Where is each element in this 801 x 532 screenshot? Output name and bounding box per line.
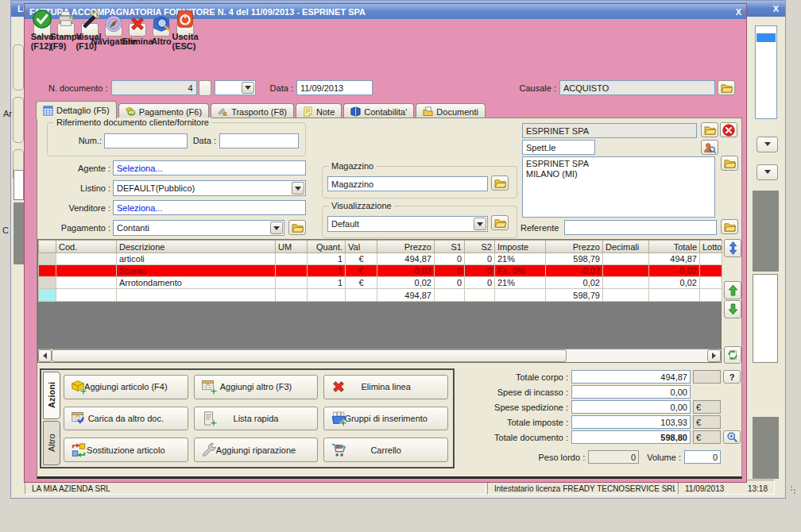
table-row-highlighted[interactable]: Sconto 1 € -0,02 0 0 Es. 0% -0,02 -0,02 [39, 265, 722, 277]
tab-altro[interactable]: Altro [43, 421, 60, 465]
magazzino-input[interactable]: Magazzino [327, 176, 488, 191]
cart-button[interactable]: Carrello [323, 438, 448, 462]
pagamento-folder-button[interactable] [288, 220, 306, 235]
cell-quant[interactable]: 1 [308, 277, 346, 289]
add-article-button[interactable]: Aggiungi articolo (F4) [64, 375, 188, 399]
cell-s1[interactable]: 0 [435, 265, 465, 277]
cell-val[interactable]: € [346, 265, 377, 277]
horizontal-scrollbar[interactable] [38, 349, 721, 362]
chevron-down-icon[interactable] [292, 182, 304, 195]
scrollbar-track[interactable] [567, 349, 707, 362]
address-folder-button[interactable] [721, 156, 738, 171]
col-descrizione[interactable]: Descrizione [117, 241, 276, 253]
col-um[interactable]: UM [276, 241, 308, 253]
cell-imposte[interactable]: 21% [495, 277, 546, 289]
cell-totale[interactable]: 494,87 [649, 253, 700, 265]
help-button[interactable]: ? [723, 370, 741, 384]
venditore-input[interactable]: Seleziona... [113, 200, 306, 215]
tab-contabilita[interactable]: Contabilita' [343, 103, 414, 119]
visualizzazione-dropdown[interactable]: Default [327, 216, 488, 232]
cell-lotto[interactable] [700, 277, 722, 289]
table-row[interactable]: Arrotondamento 1 € 0,02 0 0 21% 0,02 0,0… [39, 277, 722, 289]
delete-button[interactable]: Elimina [129, 23, 146, 37]
col-prezzo2[interactable]: Prezzo [546, 241, 603, 253]
cell-s2[interactable]: 0 [465, 277, 495, 289]
col-s2[interactable]: S2 [465, 241, 495, 253]
totale-imposte-value[interactable]: 103,93 [571, 415, 691, 429]
chevron-down-icon[interactable] [270, 222, 283, 234]
cell-um[interactable] [276, 277, 308, 289]
cell-s2[interactable]: 0 [465, 265, 495, 277]
add-repair-button[interactable]: Aggiungi riparazione [194, 438, 319, 462]
more-button[interactable]: Altro [153, 23, 170, 37]
total-corpo-value[interactable]: 494,87 [571, 370, 691, 384]
col-val[interactable]: Val [346, 241, 377, 253]
quick-list-button[interactable]: Lista rapida [194, 407, 319, 431]
causale-input[interactable]: ACQUISTO [559, 80, 715, 95]
doc-suffix-dropdown[interactable] [215, 80, 256, 95]
tab-azioni[interactable]: Azioni [43, 372, 60, 419]
exit-button[interactable]: Uscita (ESC) [176, 23, 194, 37]
cell-prezzo[interactable]: 494,87 [377, 253, 435, 265]
background-dropdown-button[interactable] [756, 137, 778, 152]
cell-lotto[interactable] [700, 265, 722, 277]
resize-grip[interactable] [789, 484, 795, 495]
zoom-total-button[interactable] [723, 430, 741, 444]
col-totale[interactable]: Totale [649, 241, 700, 253]
cell-cod[interactable] [56, 253, 117, 265]
delete-line-button[interactable]: Elimina linea [323, 375, 448, 399]
tab-note[interactable]: Note [296, 103, 342, 119]
save-button[interactable]: Salva (F12) [33, 23, 51, 37]
tab-documenti[interactable]: Documenti [416, 103, 486, 119]
cell-decimali[interactable] [603, 253, 649, 265]
row-up-button[interactable] [724, 281, 741, 299]
chevron-down-icon[interactable] [242, 82, 254, 94]
col-s1[interactable]: S1 [435, 241, 465, 253]
cell-cod[interactable] [56, 277, 117, 289]
agente-input[interactable]: Seleziona... [113, 160, 306, 175]
close-icon[interactable]: X [736, 7, 741, 17]
scroll-right-icon[interactable] [707, 349, 721, 362]
col-lotto[interactable]: Lotto [700, 241, 722, 253]
insert-groups-button[interactable]: Gruppi di inserimento [323, 407, 448, 431]
cell-val[interactable]: € [346, 253, 377, 265]
grid-header-row[interactable]: Cod. Descrizione UM Quant. Val Prezzo S1… [39, 241, 722, 253]
cell-s1[interactable]: 0 [435, 277, 465, 289]
cell-val[interactable]: € [346, 277, 377, 289]
tab-trasporto[interactable]: Trasporto (F8) [211, 103, 294, 119]
preview-button[interactable]: Visual. (F10) [81, 23, 99, 37]
rif-num-input[interactable] [104, 133, 188, 148]
cell-um[interactable] [276, 253, 308, 265]
scrollbar-thumb[interactable] [52, 349, 567, 362]
pagamento-dropdown[interactable]: Contanti [113, 220, 284, 236]
causale-folder-button[interactable] [718, 80, 735, 95]
row-selector[interactable] [39, 265, 56, 277]
row-selector[interactable] [39, 253, 56, 265]
cell-descrizione[interactable]: articoli [117, 253, 276, 265]
table-row[interactable]: articoli 1 € 494,87 0 0 21% 598,79 494,8… [39, 253, 722, 265]
col-prezzo[interactable]: Prezzo [377, 241, 435, 253]
background-listbox[interactable] [755, 25, 777, 119]
supplier-address-textarea[interactable]: ESPRINET SPA MILANO (MI) [522, 156, 715, 218]
col-decimali[interactable]: Decimali [603, 241, 649, 253]
cell-totale[interactable]: 0,02 [649, 277, 700, 289]
cell-prezzo[interactable]: -0,02 [377, 265, 435, 277]
totale-documento-value[interactable]: 598,80 [571, 430, 691, 444]
cell-descrizione[interactable]: Sconto [117, 265, 276, 277]
move-row-button[interactable] [724, 239, 741, 257]
cell-s1[interactable]: 0 [435, 253, 465, 265]
spese-incasso-value[interactable]: 0,00 [571, 385, 691, 399]
visualizzazione-folder-button[interactable] [491, 215, 509, 230]
contact-search-button[interactable] [701, 140, 718, 155]
cell-decimali[interactable] [603, 277, 649, 289]
print-button[interactable]: Stampa (F9) [57, 23, 75, 37]
supplier-name-input[interactable]: ESPRINET SPA [522, 123, 697, 138]
cell-quant[interactable]: 1 [308, 253, 346, 265]
cell-prezzo2[interactable]: 0,02 [546, 277, 603, 289]
row-selector[interactable] [39, 277, 56, 289]
background-close-icon[interactable]: X [773, 4, 779, 13]
col-imposte[interactable]: Imposte [495, 241, 546, 253]
rif-data-input[interactable] [219, 133, 299, 148]
line-items-table[interactable]: Cod. Descrizione UM Quant. Val Prezzo S1… [38, 240, 722, 302]
doc-number-input[interactable]: 4 [111, 80, 197, 95]
